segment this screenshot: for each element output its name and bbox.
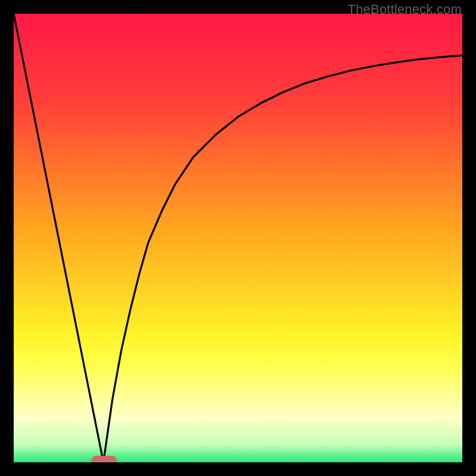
plot-area — [14, 14, 462, 462]
bottleneck-curve — [14, 14, 462, 462]
chart-frame: TheBottleneck.com — [0, 0, 476, 476]
minimum-marker — [92, 456, 117, 462]
watermark-text: TheBottleneck.com — [347, 2, 462, 17]
